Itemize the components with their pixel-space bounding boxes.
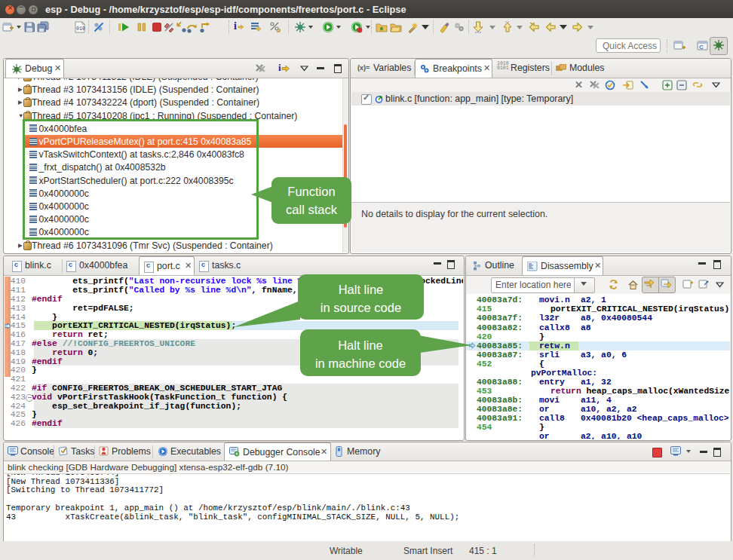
svg-text:C: C <box>699 44 704 50</box>
svg-text:010: 010 <box>76 26 85 32</box>
